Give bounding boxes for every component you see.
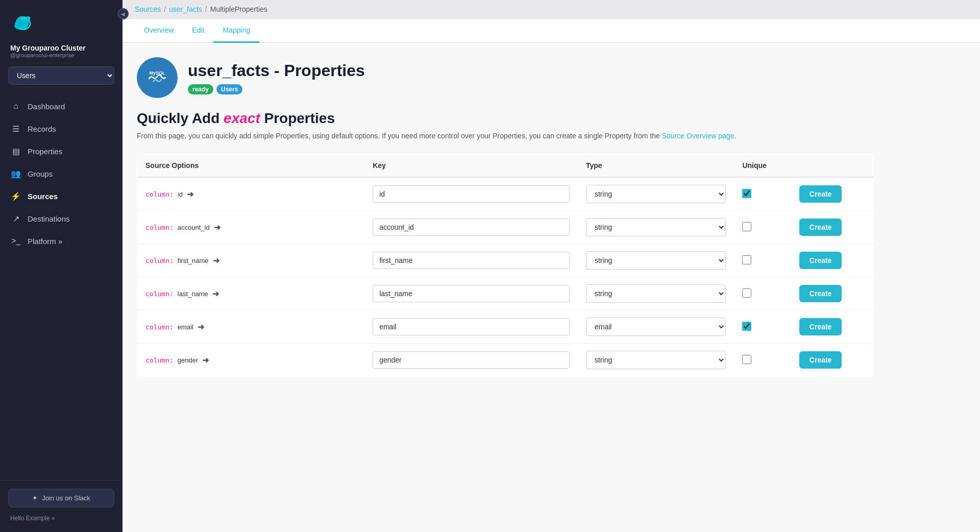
sidebar-collapse-button[interactable]: ◀ — [117, 8, 129, 19]
source-overview-link[interactable]: Source Overview page. — [662, 132, 737, 140]
breadcrumb: Sources / user_facts / MultiplePropertie… — [122, 0, 980, 19]
sidebar-item-groups[interactable]: 👥 Groups — [0, 162, 122, 185]
table-row: column: id ➜ stringintegerfloatbooleanda… — [137, 177, 874, 211]
user-select[interactable]: Users — [8, 66, 114, 85]
key-input[interactable] — [373, 252, 570, 269]
type-select[interactable]: stringintegerfloatbooleandateemailurlpho… — [586, 251, 726, 270]
create-button[interactable]: Create — [799, 318, 842, 335]
key-cell — [364, 211, 578, 244]
arrow-icon: ➜ — [214, 223, 220, 232]
sidebar-item-label: Platform » — [28, 237, 62, 246]
people-icon: 👥 — [10, 168, 21, 179]
col-value: gender — [178, 356, 198, 364]
quick-add-title-start: Quickly Add — [137, 110, 224, 126]
create-button[interactable]: Create — [799, 185, 842, 203]
type-cell: stringintegerfloatbooleandateemailurlpho… — [578, 277, 734, 310]
sidebar-logo — [0, 0, 122, 40]
unique-cell — [734, 177, 791, 211]
table-row: column: first_name ➜ stringintegerfloatb… — [137, 244, 874, 277]
source-option: column: gender ➜ — [145, 355, 356, 365]
source-title-area: user_facts - Properties ready Users — [188, 61, 365, 94]
create-button[interactable]: Create — [799, 252, 842, 269]
sidebar-cluster-info: My Grouparoo Cluster @grouparoo/ui-enter… — [0, 40, 122, 66]
key-input[interactable] — [373, 185, 570, 203]
sidebar-item-properties[interactable]: ▤ Properties — [0, 140, 122, 162]
action-cell: Create — [791, 344, 874, 377]
slack-button-label: Join us on Slack — [42, 494, 90, 502]
sidebar-item-dashboard[interactable]: ⌂ Dashboard — [0, 95, 122, 117]
sidebar-user-dropdown[interactable]: Users — [8, 66, 114, 85]
col-label: column: — [145, 224, 174, 231]
sidebar-hello-link[interactable]: Hello Example » — [8, 513, 114, 524]
sidebar-item-label: Records — [28, 125, 56, 133]
action-cell: Create — [791, 177, 874, 211]
table-header: Source Options Key Type Unique — [137, 154, 874, 178]
type-select[interactable]: stringintegerfloatbooleandateemailurlpho… — [586, 185, 726, 203]
create-button[interactable]: Create — [799, 285, 842, 302]
tabs-bar: Overview Edit Mapping — [122, 19, 980, 43]
terminal-icon: >_ — [10, 235, 21, 247]
key-input[interactable] — [373, 285, 570, 302]
key-input[interactable] — [373, 219, 570, 236]
breadcrumb-sep-1: / — [164, 5, 166, 13]
col-value: id — [178, 190, 183, 198]
action-cell: Create — [791, 211, 874, 244]
slack-button[interactable]: ✦ Join us on Slack — [8, 489, 114, 507]
tab-edit[interactable]: Edit — [183, 19, 213, 43]
col-label: column: — [145, 290, 174, 298]
th-source-options: Source Options — [137, 154, 365, 178]
sidebar-item-platform[interactable]: >_ Platform » — [0, 230, 122, 252]
arrow-icon: ➜ — [187, 189, 193, 199]
unique-checkbox[interactable] — [742, 322, 751, 331]
sidebar-item-label: Dashboard — [28, 102, 65, 111]
export-icon: ↗ — [10, 213, 21, 224]
breadcrumb-sources[interactable]: Sources — [135, 5, 161, 13]
source-option: column: id ➜ — [145, 189, 356, 199]
create-button[interactable]: Create — [799, 219, 842, 236]
th-action — [791, 154, 874, 178]
key-input[interactable] — [373, 318, 570, 335]
table-row: column: email ➜ stringintegerfloatboolea… — [137, 310, 874, 344]
unique-checkbox[interactable] — [742, 222, 751, 231]
unique-cell — [734, 344, 791, 377]
col-label: column: — [145, 323, 174, 331]
page-title: user_facts - Properties — [188, 61, 365, 80]
unique-cell — [734, 277, 791, 310]
svg-text:MySQL: MySQL — [149, 70, 165, 76]
create-button[interactable]: Create — [799, 351, 842, 369]
mysql-logo: MySQL — [137, 57, 178, 98]
tab-mapping[interactable]: Mapping — [213, 19, 259, 43]
breadcrumb-current: MultipleProperties — [210, 5, 267, 13]
table-row: column: last_name ➜ stringintegerfloatbo… — [137, 277, 874, 310]
breadcrumb-user-facts[interactable]: user_facts — [169, 5, 202, 13]
type-select[interactable]: stringintegerfloatbooleandateemailurlpho… — [586, 284, 726, 303]
sidebar-item-destinations[interactable]: ↗ Destinations — [0, 207, 122, 230]
type-select[interactable]: stringintegerfloatbooleandateemailurlpho… — [586, 351, 726, 369]
source-option: column: email ➜ — [145, 322, 356, 332]
type-select[interactable]: stringintegerfloatbooleandateemailurlpho… — [586, 218, 726, 236]
slack-icon: ✦ — [32, 494, 38, 502]
col-label: column: — [145, 190, 174, 198]
type-cell: stringintegerfloatbooleandateemailurlpho… — [578, 177, 734, 211]
grouparoo-logo-icon — [10, 10, 35, 35]
svg-point-0 — [26, 16, 30, 20]
type-select[interactable]: stringintegerfloatbooleandateemailurlpho… — [586, 318, 726, 336]
col-label: column: — [145, 257, 174, 264]
unique-checkbox[interactable] — [742, 189, 751, 198]
sidebar-item-label: Properties — [28, 147, 62, 156]
table-row: column: account_id ➜ stringintegerfloatb… — [137, 211, 874, 244]
sidebar-item-records[interactable]: ☰ Records — [0, 117, 122, 140]
main-content: Sources / user_facts / MultiplePropertie… — [122, 0, 980, 532]
house-icon: ⌂ — [10, 101, 21, 112]
key-input[interactable] — [373, 351, 570, 369]
unique-checkbox[interactable] — [742, 355, 751, 364]
tab-overview[interactable]: Overview — [135, 19, 183, 43]
unique-checkbox[interactable] — [742, 288, 751, 298]
key-cell — [364, 277, 578, 310]
sidebar-nav: ⌂ Dashboard ☰ Records ▤ Properties 👥 Gro… — [0, 93, 122, 480]
sidebar-item-sources[interactable]: ⚡ Sources — [0, 185, 122, 207]
key-cell — [364, 244, 578, 277]
type-cell: stringintegerfloatbooleandateemailurlpho… — [578, 310, 734, 344]
unique-checkbox[interactable] — [742, 255, 751, 264]
unique-cell — [734, 244, 791, 277]
